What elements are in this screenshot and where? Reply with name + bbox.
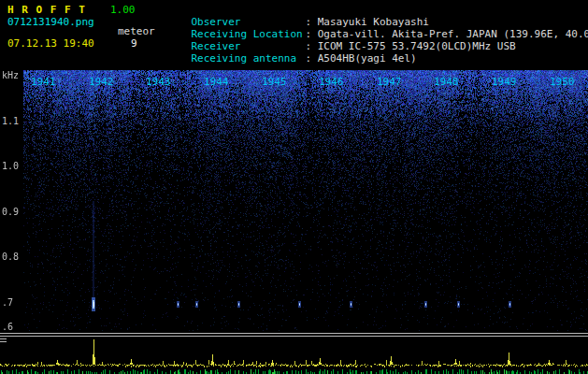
- time-tick-1945: 1945: [262, 76, 287, 88]
- time-tick-1942: 1942: [89, 76, 114, 88]
- spectrogram-canvas: [23, 70, 588, 331]
- info-row-location: Receiving Location: Ogata-vill. Akita-Pr…: [166, 16, 588, 27]
- freq-tick-0_9: 0.9: [2, 207, 22, 217]
- time-tick-1947: 1947: [377, 76, 402, 88]
- time-tick-1950: 1950: [550, 76, 575, 88]
- meteor-counter-label: meteor: [118, 25, 155, 37]
- time-tick-1949: 1949: [492, 76, 517, 88]
- output-filename: 0712131940.png: [7, 16, 94, 28]
- freq-tick-1_1: 1.1: [2, 116, 22, 126]
- app-title: H R O F F T: [7, 4, 86, 16]
- info-row-receiver: Receiver: ICOM IC-575 53.7492(0LCD)MHz U…: [166, 28, 516, 39]
- time-tick-1941: 1941: [31, 76, 56, 88]
- time-tick-1944: 1944: [204, 76, 229, 88]
- freq-axis-unit: kHz: [2, 70, 22, 80]
- freq-tick-0_6: .6: [2, 322, 22, 332]
- time-tick-1948: 1948: [434, 76, 459, 88]
- meteor-count: 9: [131, 37, 137, 50]
- time-tick-1943: 1943: [146, 76, 171, 88]
- level-plot-canvas: [0, 331, 588, 374]
- info-value-antenna: : A504HB(yagi 4el): [306, 52, 417, 65]
- freq-tick-0_8: 0.8: [2, 252, 22, 262]
- time-tick-1946: 1946: [319, 76, 344, 88]
- freq-tick-1_0: 1.0: [2, 161, 22, 171]
- hrofft-output-image: H R O F F T 1.00 0712131940.png meteor 9…: [0, 0, 588, 374]
- info-label-antenna: Receiving antenna: [192, 52, 306, 65]
- observation-timestamp: 07.12.13 19:40: [7, 37, 94, 50]
- info-row-observer: Observer: Masayuki Kobayashi: [166, 4, 429, 15]
- info-row-antenna: Receiving antenna: A504HB(yagi 4el): [166, 40, 417, 51]
- app-version: 1.00: [110, 4, 136, 16]
- freq-tick-0_7: .7: [2, 297, 22, 308]
